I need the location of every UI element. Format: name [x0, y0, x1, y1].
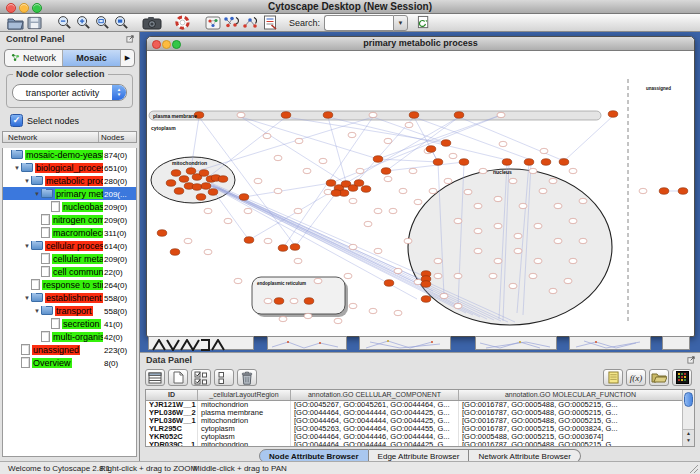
node[interactable] [449, 153, 457, 158]
import-matrix-icon[interactable] [672, 369, 692, 386]
node-color-combobox[interactable]: transporter activity ▲▼ [12, 84, 127, 101]
node[interactable] [549, 288, 557, 293]
node[interactable] [454, 273, 462, 278]
select-attributes-icon[interactable] [191, 369, 211, 386]
node[interactable] [529, 168, 537, 173]
node[interactable] [389, 208, 397, 213]
disclosure-triangle[interactable]: ▼ [13, 165, 21, 171]
node[interactable] [509, 178, 517, 183]
edge[interactable] [328, 117, 346, 182]
node[interactable] [374, 208, 382, 213]
node[interactable] [429, 188, 437, 193]
selected-node[interactable] [541, 159, 551, 166]
scrollbar-thumb[interactable] [684, 392, 693, 407]
tree-row[interactable]: cell communicat22(0) [3, 265, 136, 278]
node[interactable] [444, 178, 452, 183]
tab-overflow-arrow[interactable]: ▶ [121, 50, 134, 66]
selected-node[interactable] [171, 170, 181, 177]
node[interactable] [534, 258, 542, 263]
tree-row[interactable]: Overview8(0) [3, 356, 136, 369]
selected-node[interactable] [174, 188, 184, 195]
node[interactable] [274, 188, 282, 193]
selected-node[interactable] [170, 249, 180, 256]
edge[interactable] [353, 117, 414, 186]
selected-node[interactable] [361, 186, 371, 193]
node[interactable] [434, 273, 442, 278]
node[interactable] [184, 238, 192, 243]
tree-row[interactable]: ▼primary metabolic process209(... [3, 187, 136, 200]
node[interactable] [434, 258, 442, 263]
view-thumbnail[interactable] [359, 336, 451, 350]
node[interactable] [497, 112, 505, 117]
selected-node[interactable] [179, 176, 189, 183]
zoom-selected-icon[interactable] [93, 15, 112, 31]
view-thumbnail[interactable] [148, 336, 254, 350]
network-view-titlebar[interactable]: primary metabolic process [147, 37, 694, 51]
view-thumbnail[interactable] [662, 336, 690, 350]
node[interactable] [254, 178, 262, 183]
selected-node[interactable] [199, 170, 209, 177]
node[interactable] [529, 273, 537, 278]
node[interactable] [414, 279, 422, 284]
tree-row[interactable]: ▼metabolic process280(0) [3, 174, 136, 187]
network-canvas[interactable]: plasma membranecytoplasmmitochondrionnuc… [147, 51, 692, 335]
tree-row[interactable]: ▼transport558(0) [3, 304, 136, 317]
selected-node[interactable] [559, 159, 569, 166]
node[interactable] [409, 168, 417, 173]
selected-node[interactable] [326, 180, 336, 187]
open-icon[interactable] [6, 15, 25, 31]
node[interactable] [374, 248, 382, 253]
selected-node[interactable] [201, 183, 211, 190]
node[interactable] [290, 298, 298, 303]
node[interactable] [519, 203, 527, 208]
node[interactable] [399, 188, 407, 193]
table-row[interactable]: YKR052Ccytoplasm[GO:0044464, GO:0044446,… [146, 433, 683, 441]
selected-node[interactable] [433, 159, 443, 166]
node[interactable] [579, 238, 587, 243]
node[interactable] [364, 221, 372, 226]
node[interactable] [349, 198, 357, 203]
node[interactable] [304, 313, 312, 318]
edge[interactable] [244, 183, 331, 197]
tree-row[interactable]: unassigned223(0) [3, 343, 136, 356]
selected-node[interactable] [381, 168, 391, 175]
edge[interactable] [191, 117, 373, 173]
node[interactable] [334, 318, 342, 323]
node[interactable] [569, 258, 577, 263]
view-thumbnail[interactable] [475, 336, 557, 350]
selected-node[interactable] [608, 111, 618, 118]
table-row[interactable]: YDR039C__1mitochondrion[GO:0044464, GO:0… [146, 441, 683, 446]
node[interactable] [414, 199, 422, 204]
tree-row[interactable]: ▼establishment of lo558(0) [3, 291, 136, 304]
selected-node[interactable] [421, 296, 431, 303]
selected-node[interactable] [290, 244, 300, 251]
zoom-out-icon[interactable] [55, 15, 74, 31]
tree-column-nodes[interactable]: Nodes [98, 132, 136, 142]
node[interactable] [234, 278, 242, 283]
node[interactable] [569, 218, 577, 223]
node[interactable] [514, 233, 522, 238]
selected-node[interactable] [274, 298, 284, 305]
selected-node[interactable] [426, 146, 436, 153]
selected-node[interactable] [409, 112, 419, 119]
node[interactable] [440, 293, 448, 298]
unselect-attributes-icon[interactable] [214, 369, 234, 386]
table-row[interactable]: YLR295Ccytoplasm[GO:0045263, GO:0044464,… [146, 425, 683, 433]
node[interactable] [539, 188, 547, 193]
attribute-list-icon[interactable] [603, 369, 623, 386]
tree-row[interactable]: multi-organism pro42(0) [3, 330, 136, 343]
edge[interactable] [373, 117, 446, 143]
disclosure-triangle[interactable]: ▼ [23, 295, 31, 301]
new-attribute-icon[interactable] [168, 369, 188, 386]
table-column-header[interactable]: annotation.GO MOLECULAR_FUNCTION [459, 390, 683, 400]
selected-node[interactable] [208, 189, 218, 196]
vizmapper-icon[interactable] [203, 15, 222, 31]
tree-row[interactable]: secretion41(0) [3, 317, 136, 330]
delete-attribute-icon[interactable] [237, 369, 257, 386]
node[interactable] [579, 198, 587, 203]
node[interactable] [264, 298, 272, 303]
selected-node[interactable] [244, 237, 254, 244]
tab-mosaic[interactable]: Mosaic [63, 50, 121, 66]
help-icon[interactable] [173, 15, 192, 31]
node[interactable] [394, 310, 402, 315]
